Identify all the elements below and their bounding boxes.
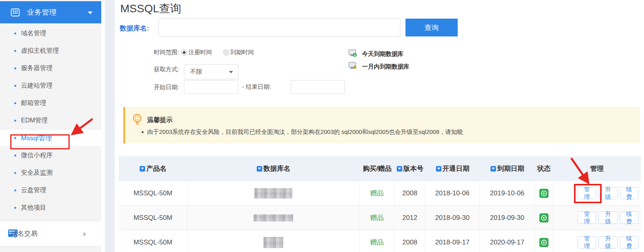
bullet-dot-icon <box>14 85 16 87</box>
radio-register-time[interactable]: 注册时间 <box>181 49 212 56</box>
cell-actions: 管理 升级 续费 <box>553 181 641 205</box>
sidebar-item-mailbox-mgmt[interactable]: 邮箱管理 <box>0 94 101 112</box>
sidebar-item-cloudsite-mgmt[interactable]: 云建站管理 <box>0 77 101 94</box>
chevron-right-icon <box>83 232 86 237</box>
sidebar-item-label: 服务器管理 <box>21 64 53 73</box>
sidebar-item-other-projects[interactable]: 其他项目 <box>0 199 101 216</box>
upgrade-button[interactable]: 升级 <box>599 187 617 199</box>
sidebar-item-label: 安全及监测 <box>21 169 53 177</box>
cell-actions: 管理 升级 续费 <box>553 230 641 252</box>
cell-type: 赠品 <box>360 230 395 252</box>
cell-expire-date: 2019-09-30 <box>480 206 535 230</box>
cell-dbname <box>188 206 360 230</box>
col-header-purchase-gift: 购买/赠品 <box>360 164 395 173</box>
cell-open-date: 2018-10-06 <box>425 181 480 205</box>
start-date-input[interactable] <box>184 80 238 94</box>
cell-version: 2008 <box>395 181 425 205</box>
end-date-label: - 结束日期: <box>242 83 271 91</box>
sidebar-item-label: 虚拟主机管理 <box>21 47 59 55</box>
col-header-manage: 管理 <box>553 164 641 173</box>
manage-button[interactable]: 管理 <box>578 212 596 224</box>
sidebar-item-label: Mssql管理 <box>21 134 52 143</box>
upgrade-button[interactable]: 升级 <box>599 212 617 224</box>
col-header-product[interactable]: 产品名 <box>119 164 188 173</box>
quick-link-label: 一月内到期数据库 <box>362 63 409 71</box>
radio-expire-label: 到期时间 <box>230 49 254 56</box>
col-header-open-date[interactable]: 开通日期 <box>425 164 480 173</box>
bullet-dot-icon <box>14 32 16 34</box>
col-header-version[interactable]: 版本号 <box>395 164 425 173</box>
censored-dbname-blur <box>254 188 292 199</box>
sidebar-item-mssql-mgmt[interactable]: Mssql管理 <box>0 129 101 147</box>
sidebar-item-domain-trade[interactable]: 域名交易 <box>0 221 101 246</box>
col-header-label: 产品名 <box>146 164 167 173</box>
cell-expire-date: 2020-09-17 <box>480 230 535 252</box>
col-header-label: 开通日期 <box>443 164 470 173</box>
manage-button[interactable]: 管理 <box>578 187 596 199</box>
status-active-icon <box>539 213 549 223</box>
mssql-query-page: 业务管理 域名管理 虚拟主机管理 服务器管理 云建站管理 邮箱管理 EDM管理 … <box>0 0 644 252</box>
sidebar-item-label: 其他项目 <box>21 204 46 212</box>
sidebar-item-edm-mgmt[interactable]: EDM管理 <box>0 112 101 129</box>
cell-status <box>535 206 553 230</box>
sidebar-item-clouddisk-mgmt[interactable]: 云盘管理 <box>0 181 101 199</box>
link-expire-today[interactable]: 今天到期数据库 <box>349 49 403 59</box>
bullet-dot-icon <box>14 189 16 191</box>
renew-button[interactable]: 续费 <box>620 212 638 224</box>
sidebar-footer-label: 域名交易 <box>7 229 38 238</box>
cell-version: 2008 <box>395 230 425 252</box>
sidebar-item-server-mgmt[interactable]: 服务器管理 <box>0 59 101 77</box>
lightbulb-icon <box>131 113 143 128</box>
db-name-label: 数据库名: <box>120 24 149 33</box>
query-button[interactable]: 查询 <box>405 19 458 36</box>
end-date-input[interactable] <box>291 80 345 94</box>
select-caret-icon <box>229 71 233 73</box>
acquire-method-label: 获取方式: <box>148 66 179 73</box>
sidebar-item-domain-mgmt[interactable]: 域名管理 <box>0 25 101 42</box>
renew-button[interactable]: 续费 <box>620 187 638 199</box>
bullet-dot-icon <box>14 155 16 157</box>
col-header-expire-date[interactable]: 到期日期 <box>480 164 535 173</box>
db-name-input[interactable] <box>158 19 400 36</box>
apps-grid-icon <box>11 8 20 17</box>
select-value: 不限 <box>190 68 202 76</box>
tip-title: 温馨提示 <box>147 116 172 124</box>
sidebar-menu: 域名管理 虚拟主机管理 服务器管理 云建站管理 邮箱管理 EDM管理 Mssql… <box>0 25 101 216</box>
status-active-icon <box>539 189 549 198</box>
radio-expire-time[interactable]: 到期时间 <box>223 49 254 56</box>
sidebar-item-security-monitoring[interactable]: 安全及监测 <box>0 164 101 181</box>
monitor-warning-icon <box>349 62 357 72</box>
sort-icon[interactable] <box>140 166 145 172</box>
sidebar: 业务管理 域名管理 虚拟主机管理 服务器管理 云建站管理 邮箱管理 EDM管理 … <box>0 0 101 252</box>
page-title: MSSQL查询 <box>120 1 181 16</box>
col-header-label: 购买/赠品 <box>363 164 392 173</box>
col-header-label: 版本号 <box>403 164 424 173</box>
bullet-dot-icon <box>142 131 144 133</box>
sort-icon[interactable] <box>436 166 441 172</box>
sidebar-header-business-management[interactable]: 业务管理 <box>0 1 101 23</box>
acquire-method-select[interactable]: 不限 <box>184 64 239 79</box>
cell-status <box>535 181 553 205</box>
sort-icon[interactable] <box>257 166 262 172</box>
sidebar-item-label: 云盘管理 <box>21 186 46 195</box>
time-range-label: 时间范围: <box>148 49 179 56</box>
bullet-dot-icon <box>14 67 16 69</box>
sort-icon[interactable] <box>491 166 496 172</box>
upgrade-button[interactable]: 升级 <box>599 236 617 248</box>
sort-icon[interactable] <box>397 166 402 172</box>
sidebar-item-vhost-mgmt[interactable]: 虚拟主机管理 <box>0 42 101 59</box>
cell-type: 赠品 <box>360 181 395 205</box>
renew-button[interactable]: 续费 <box>620 236 638 248</box>
col-header-dbname[interactable]: 数据库名 <box>188 164 360 173</box>
sidebar-item-label: 云建站管理 <box>21 82 53 90</box>
censored-dbname-blur <box>254 214 293 221</box>
col-header-status: 状态 <box>535 164 553 173</box>
radio-selected-icon[interactable] <box>181 50 187 55</box>
table-row: MSSQL-50M 赠品 2012 2018-09-30 2019-09-30 … <box>119 206 641 230</box>
manage-button[interactable]: 管理 <box>578 236 596 248</box>
radio-unselected-icon[interactable] <box>223 50 229 55</box>
link-expire-month[interactable]: 一月内到期数据库 <box>349 62 409 72</box>
time-range-radio-group: 注册时间 到期时间 <box>181 49 254 56</box>
sidebar-item-wechat-miniprogram[interactable]: 微信小程序 <box>0 147 101 164</box>
cell-expire-date: 2019-10-06 <box>480 181 535 205</box>
